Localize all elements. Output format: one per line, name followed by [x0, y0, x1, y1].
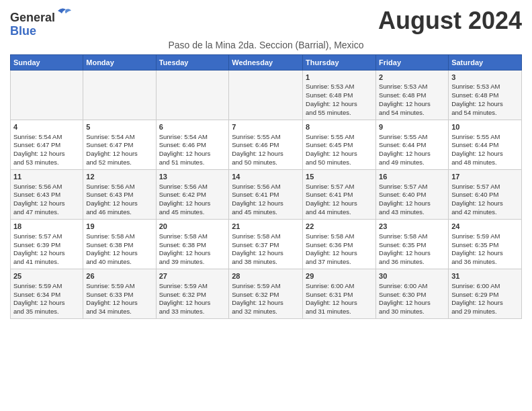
day-info-text: and 36 minutes.: [379, 258, 445, 267]
day-info-text: and 50 minutes.: [306, 158, 373, 167]
weekday-header-monday: Monday: [83, 54, 156, 70]
calendar-table: SundayMondayTuesdayWednesdayThursdayFrid…: [10, 54, 522, 319]
day-info-text: Daylight: 12 hours: [232, 249, 300, 258]
calendar-cell-w1d2: 6Sunrise: 5:54 AMSunset: 6:46 PMDaylight…: [156, 120, 229, 169]
day-info-text: and 35 minutes.: [13, 308, 80, 316]
day-number: 18: [13, 222, 80, 232]
day-info-text: Daylight: 12 hours: [86, 249, 152, 258]
day-info-text: and 48 minutes.: [451, 158, 519, 167]
day-info-text: Sunrise: 6:00 AM: [306, 282, 373, 291]
day-info-text: and 54 minutes.: [379, 109, 445, 118]
calendar-cell-w2d6: 17Sunrise: 5:57 AMSunset: 6:40 PMDayligh…: [449, 169, 522, 219]
day-info-text: Sunrise: 5:58 AM: [232, 232, 300, 241]
day-info-text: Sunrise: 5:59 AM: [86, 282, 152, 291]
day-info-text: Daylight: 12 hours: [306, 249, 373, 258]
calendar-cell-w2d3: 14Sunrise: 5:56 AMSunset: 6:41 PMDayligh…: [229, 169, 303, 219]
calendar-cell-w0d1: [83, 70, 156, 120]
day-info-text: Sunset: 6:43 PM: [86, 191, 152, 199]
calendar-cell-w1d5: 9Sunrise: 5:55 AMSunset: 6:44 PMDaylight…: [376, 120, 449, 169]
day-info-text: Daylight: 12 hours: [13, 150, 80, 158]
day-info-text: Sunset: 6:47 PM: [86, 141, 152, 150]
day-info-text: and 51 minutes.: [159, 158, 226, 167]
day-info-text: Sunset: 6:40 PM: [379, 191, 445, 199]
calendar-cell-w2d5: 16Sunrise: 5:57 AMSunset: 6:40 PMDayligh…: [376, 169, 449, 219]
day-info-text: Sunset: 6:45 PM: [306, 141, 373, 150]
day-info-text: and 45 minutes.: [159, 208, 226, 217]
calendar-cell-w3d1: 19Sunrise: 5:58 AMSunset: 6:38 PMDayligh…: [83, 219, 156, 269]
calendar-cell-w3d2: 20Sunrise: 5:58 AMSunset: 6:38 PMDayligh…: [156, 219, 229, 269]
calendar-cell-w2d4: 15Sunrise: 5:57 AMSunset: 6:41 PMDayligh…: [303, 169, 376, 219]
day-info-text: and 33 minutes.: [159, 308, 226, 316]
day-info-text: Sunrise: 5:54 AM: [86, 133, 152, 142]
day-number: 10: [451, 122, 519, 132]
day-info-text: Daylight: 12 hours: [379, 299, 445, 308]
day-number: 26: [86, 271, 152, 281]
day-info-text: Sunset: 6:40 PM: [451, 191, 519, 199]
day-info-text: Sunset: 6:44 PM: [379, 141, 445, 150]
day-info-text: Sunrise: 5:55 AM: [451, 133, 519, 142]
calendar-cell-w3d3: 21Sunrise: 5:58 AMSunset: 6:37 PMDayligh…: [229, 219, 303, 269]
weekday-header-thursday: Thursday: [303, 54, 376, 70]
day-info-text: Daylight: 12 hours: [306, 100, 373, 109]
day-info-text: and 42 minutes.: [451, 208, 519, 217]
day-info-text: Daylight: 12 hours: [13, 299, 80, 308]
day-info-text: Sunset: 6:33 PM: [86, 291, 152, 300]
day-info-text: Sunrise: 5:57 AM: [13, 232, 80, 241]
day-info-text: Daylight: 12 hours: [306, 199, 373, 208]
calendar-cell-w1d4: 8Sunrise: 5:55 AMSunset: 6:45 PMDaylight…: [303, 120, 376, 169]
calendar-cell-w4d5: 30Sunrise: 6:00 AMSunset: 6:30 PMDayligh…: [376, 269, 449, 318]
day-number: 8: [306, 122, 373, 132]
calendar-cell-w0d5: 2Sunrise: 5:53 AMSunset: 6:48 PMDaylight…: [376, 70, 449, 120]
logo-blue-text: Blue: [10, 24, 36, 38]
day-info-text: and 45 minutes.: [232, 208, 300, 217]
day-number: 9: [379, 122, 445, 132]
day-info-text: Sunrise: 5:54 AM: [159, 133, 226, 142]
day-info-text: and 43 minutes.: [379, 208, 445, 217]
weekday-header-wednesday: Wednesday: [229, 54, 303, 70]
day-number: 28: [232, 271, 300, 281]
day-info-text: and 37 minutes.: [306, 258, 373, 267]
weekday-header-friday: Friday: [376, 54, 449, 70]
day-info-text: Sunset: 6:48 PM: [306, 91, 373, 100]
day-info-text: Sunset: 6:43 PM: [13, 191, 80, 199]
day-info-text: Daylight: 12 hours: [86, 199, 152, 208]
day-info-text: Daylight: 12 hours: [451, 249, 519, 258]
logo: General Blue: [10, 7, 73, 38]
day-number: 5: [86, 122, 152, 132]
calendar-cell-w1d0: 4Sunrise: 5:54 AMSunset: 6:47 PMDaylight…: [11, 120, 83, 169]
day-info-text: Sunset: 6:41 PM: [232, 191, 300, 199]
day-info-text: Daylight: 12 hours: [159, 249, 226, 258]
day-info-text: and 47 minutes.: [13, 208, 80, 217]
day-info-text: Daylight: 12 hours: [86, 150, 152, 158]
day-info-text: and 52 minutes.: [86, 158, 152, 167]
day-info-text: Sunset: 6:31 PM: [306, 291, 373, 300]
day-info-text: Daylight: 12 hours: [232, 150, 300, 158]
day-info-text: Sunrise: 5:56 AM: [232, 183, 300, 191]
day-info-text: and 40 minutes.: [86, 258, 152, 267]
day-number: 14: [232, 172, 300, 182]
day-info-text: Daylight: 12 hours: [306, 150, 373, 158]
calendar-cell-w4d3: 28Sunrise: 5:59 AMSunset: 6:32 PMDayligh…: [229, 269, 303, 318]
day-info-text: Sunset: 6:46 PM: [159, 141, 226, 150]
day-info-text: and 38 minutes.: [232, 258, 300, 267]
day-number: 6: [159, 122, 226, 132]
weekday-header-tuesday: Tuesday: [156, 54, 229, 70]
day-info-text: and 29 minutes.: [451, 308, 519, 316]
day-info-text: Sunset: 6:36 PM: [306, 241, 373, 250]
day-info-text: Daylight: 12 hours: [232, 299, 300, 308]
day-info-text: Sunset: 6:38 PM: [86, 241, 152, 250]
day-info-text: and 53 minutes.: [13, 158, 80, 167]
day-info-text: Sunrise: 5:57 AM: [451, 183, 519, 191]
day-number: 4: [13, 122, 80, 132]
calendar-cell-w1d1: 5Sunrise: 5:54 AMSunset: 6:47 PMDaylight…: [83, 120, 156, 169]
day-number: 7: [232, 122, 300, 132]
calendar-cell-w0d2: [156, 70, 229, 120]
day-info-text: Sunrise: 5:56 AM: [159, 183, 226, 191]
day-number: 20: [159, 222, 226, 232]
day-info-text: Sunset: 6:35 PM: [379, 241, 445, 250]
day-info-text: Sunrise: 5:55 AM: [379, 133, 445, 142]
day-info-text: Daylight: 12 hours: [451, 199, 519, 208]
day-info-text: Sunrise: 5:59 AM: [232, 282, 300, 291]
day-info-text: Daylight: 12 hours: [306, 299, 373, 308]
day-info-text: Sunset: 6:47 PM: [13, 141, 80, 150]
